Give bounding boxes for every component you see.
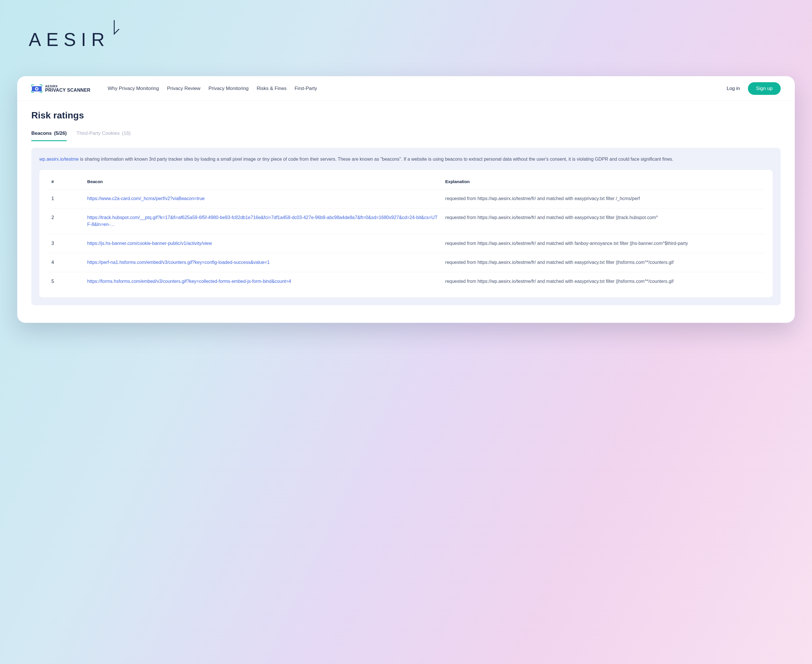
brand-line1: AESIRX [45,85,91,88]
brand-block[interactable]: AESIRX PRIVACY SCANNER [31,85,91,93]
row-explanation: requested from https://wp.aesirx.io/test… [442,208,764,234]
brand-line2: PRIVACY SCANNER [45,88,91,93]
tab-beacons-label: Beacons [31,130,52,136]
tab-third-party-cookies[interactable]: Third-Party Cookies (16) [76,128,130,141]
col-header-beacon: Beacon [84,176,442,189]
aesirx-watermark-logo: AESIR [29,29,795,50]
row-index: 5 [48,272,84,291]
table-row: 2 https://track.hubspot.com/__ptq.gif?k=… [48,208,764,234]
page-title: Risk ratings [31,110,781,121]
intro-domain-link[interactable]: wp.aesirx.io/testme [39,157,79,161]
intro-text: wp.aesirx.io/testme is sharing informati… [39,156,773,163]
table-row: 1 https://www.c2a-card.com/_hcms/perf/v2… [48,189,764,208]
beacon-link[interactable]: https://track.hubspot.com/__ptq.gif?k=17… [87,215,438,227]
tab-tpc-label: Third-Party Cookies [76,130,120,136]
row-explanation: requested from https://wp.aesirx.io/test… [442,272,764,291]
row-index: 4 [48,253,84,272]
row-explanation: requested from https://wp.aesirx.io/test… [442,234,764,253]
privacy-scanner-icon [31,85,42,93]
row-index: 2 [48,208,84,234]
beacon-link[interactable]: https://www.c2a-card.com/_hcms/perf/v2?v… [87,196,205,201]
main-nav: Why Privacy Monitoring Privacy Review Pr… [108,86,718,91]
table-row: 3 https://js.hs-banner.com/cookie-banner… [48,234,764,253]
tab-tpc-count: (16) [122,130,131,136]
signup-button[interactable]: Sign up [748,82,781,95]
nav-risks-fines[interactable]: Risks & Fines [257,86,286,91]
app-window: AESIRX PRIVACY SCANNER Why Privacy Monit… [17,76,795,323]
panel: wp.aesirx.io/testme is sharing informati… [31,148,781,305]
table-row: 5 https://forms.hsforms.com/embed/v3/cou… [48,272,764,291]
content: Risk ratings Beacons (5/26) Third-Party … [18,101,794,322]
col-header-explanation: Explanation [442,176,764,189]
beacon-link[interactable]: https://js.hs-banner.com/cookie-banner-p… [87,241,212,246]
aesirx-mark-icon [110,29,121,46]
nav-privacy-review[interactable]: Privacy Review [167,86,200,91]
intro-body: is sharing information with known 3rd pa… [79,157,673,161]
row-index: 1 [48,189,84,208]
row-explanation: requested from https://wp.aesirx.io/test… [442,253,764,272]
col-header-index: # [48,176,84,189]
nav-why-privacy-monitoring[interactable]: Why Privacy Monitoring [108,86,159,91]
tab-beacons[interactable]: Beacons (5/26) [31,128,67,141]
nav-first-party[interactable]: First-Party [294,86,317,91]
tab-beacons-count: (5/26) [54,130,67,136]
nav-privacy-monitoring[interactable]: Privacy Monitoring [208,86,248,91]
tabs: Beacons (5/26) Third-Party Cookies (16) [31,128,781,142]
beacon-link[interactable]: https://perf-na1.hsforms.com/embed/v3/co… [87,260,270,265]
row-index: 3 [48,234,84,253]
aesirx-watermark-text: AESIR [29,29,110,50]
svg-point-2 [36,88,37,90]
auth-block: Log in Sign up [727,82,781,95]
row-explanation: requested from https://wp.aesirx.io/test… [442,189,764,208]
login-link[interactable]: Log in [727,86,740,91]
table-card: # Beacon Explanation 1 https://www.c2a-c… [39,170,773,297]
beacons-table: # Beacon Explanation 1 https://www.c2a-c… [48,176,764,291]
topbar: AESIRX PRIVACY SCANNER Why Privacy Monit… [18,76,794,101]
beacon-link[interactable]: https://forms.hsforms.com/embed/v3/count… [87,279,291,284]
table-row: 4 https://perf-na1.hsforms.com/embed/v3/… [48,253,764,272]
